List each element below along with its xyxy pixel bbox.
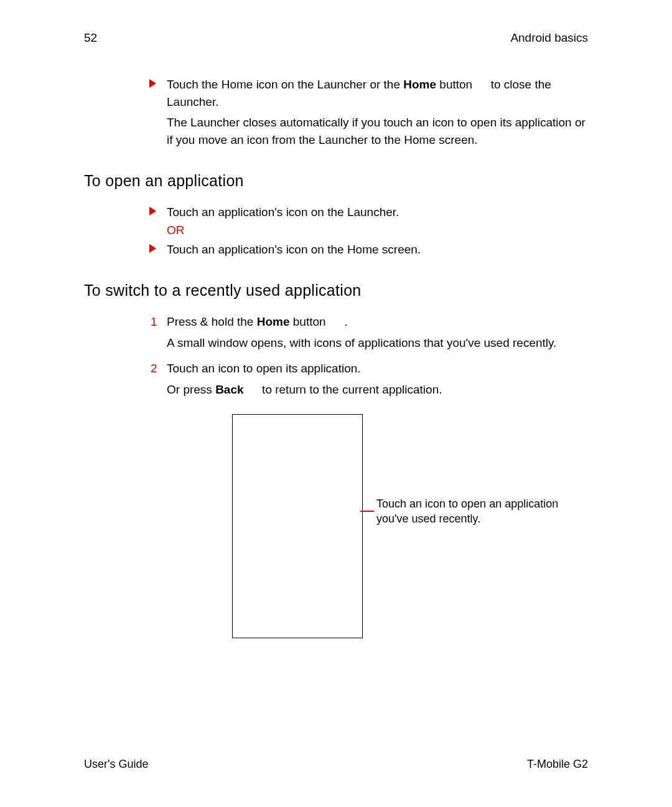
- step-2-para-post: to return to the current application.: [244, 383, 442, 396]
- page-content: Touch the Home icon on the Launcher or t…: [84, 76, 588, 638]
- open-app-b1-text: Touch an application's icon on the Launc…: [167, 205, 399, 219]
- page-number: 52: [84, 31, 97, 45]
- step-2-paragraph: Or press Back to return to the current a…: [149, 381, 588, 399]
- triangle-bullet-icon: [149, 79, 156, 88]
- footer-left: User's Guide: [84, 758, 148, 771]
- open-app-bullet-1: Touch an application's icon on the Launc…: [149, 204, 588, 221]
- step-2-para-bold: Back: [215, 383, 243, 396]
- step-2-text: Touch an icon to open its application.: [167, 362, 361, 375]
- step-1-pre: Press & hold the: [167, 315, 257, 328]
- step-1: 1 Press & hold the Home button .: [149, 313, 588, 331]
- phone-screenshot-placeholder: [232, 414, 363, 638]
- intro-paragraph: The Launcher closes automatically if you…: [149, 114, 588, 148]
- screenshot-callout-area: Touch an icon to open an application you…: [232, 414, 588, 638]
- step-1-bold: Home: [257, 315, 290, 328]
- callout-text: Touch an icon to open an application you…: [376, 496, 588, 527]
- triangle-bullet-icon: [149, 207, 156, 215]
- intro-bullet-text-pre: Touch the Home icon on the Launcher or t…: [167, 78, 403, 91]
- heading-open-app: To open an application: [84, 172, 588, 190]
- section-title: Android basics: [510, 31, 588, 45]
- step-1-post: button .: [290, 315, 348, 328]
- intro-block: Touch the Home icon on the Launcher or t…: [149, 76, 588, 148]
- step-2: 2 Touch an icon to open its application.: [149, 360, 588, 377]
- step-1-number: 1: [151, 313, 157, 331]
- heading-switch-app: To switch to a recently used application: [84, 281, 588, 300]
- intro-bullet: Touch the Home icon on the Launcher or t…: [149, 76, 588, 110]
- triangle-bullet-icon: [149, 244, 156, 253]
- step-2-para-pre: Or press: [167, 383, 215, 396]
- page-footer: User's Guide T-Mobile G2: [84, 758, 588, 771]
- or-separator: OR: [149, 224, 588, 237]
- switch-app-block: 1 Press & hold the Home button . A small…: [149, 313, 588, 638]
- intro-bullet-home: Home: [403, 78, 436, 91]
- document-page: 52 Android basics Touch the Home icon on…: [0, 0, 672, 807]
- callout-leader-line: [360, 511, 374, 512]
- step-1-paragraph: A small window opens, with icons of appl…: [149, 334, 588, 352]
- footer-right: T-Mobile G2: [527, 758, 588, 771]
- open-app-bullet-2: Touch an application's icon on the Home …: [149, 241, 588, 258]
- page-header: 52 Android basics: [84, 31, 588, 45]
- open-app-b2-text: Touch an application's icon on the Home …: [167, 243, 421, 256]
- step-2-number: 2: [151, 360, 157, 377]
- open-app-block: Touch an application's icon on the Launc…: [149, 204, 588, 258]
